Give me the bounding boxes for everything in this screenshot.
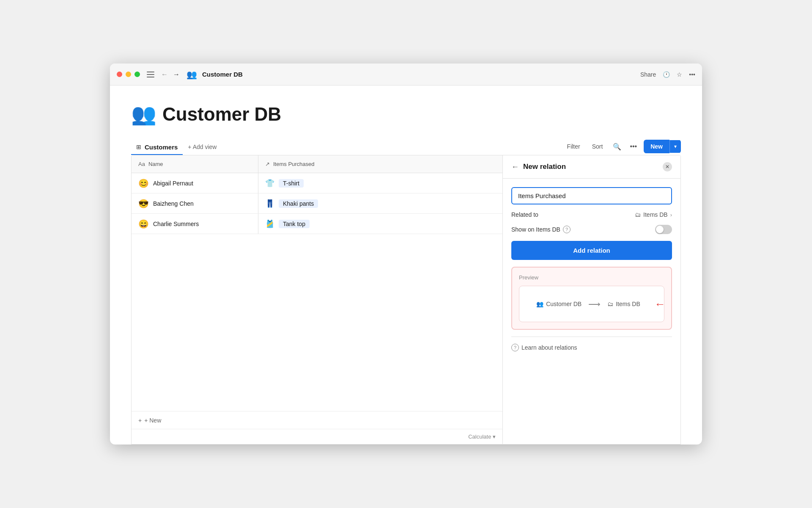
- share-button[interactable]: Share: [640, 71, 656, 78]
- preview-diagram: 👥 Customer DB ⟶ 🗂 Items DB: [519, 286, 664, 322]
- toolbar: ⊞ Customers + Add view Filter Sort 🔍 •••…: [131, 140, 681, 155]
- more-options-button[interactable]: •••: [628, 141, 639, 152]
- back-arrow[interactable]: ←: [159, 70, 170, 79]
- window-title: Customer DB: [202, 71, 635, 78]
- name-cell-2: 😄 Charlie Summers: [132, 214, 258, 234]
- preview-to-icon: 🗂: [607, 301, 613, 307]
- preview-label: Preview: [519, 274, 664, 281]
- toolbar-right: Filter Sort 🔍 ••• New ▾: [564, 140, 681, 155]
- nav-arrows: ← →: [159, 70, 181, 79]
- side-panel: ← New relation ✕ Related to 🗂 Items DB: [503, 155, 680, 444]
- customers-tab[interactable]: ⊞ Customers: [131, 140, 183, 155]
- traffic-lights: [117, 72, 140, 77]
- items-col-label: Items Purchased: [273, 161, 315, 167]
- items-col-icon: ↗: [265, 161, 270, 167]
- add-view-label: + Add view: [188, 144, 217, 150]
- page-title: Customer DB: [162, 104, 281, 125]
- new-row-button[interactable]: + + New: [132, 411, 502, 429]
- name-col-icon: Aa: [138, 161, 145, 167]
- related-to-db-name: Items DB: [643, 211, 668, 218]
- item-icon-0: 👕: [265, 179, 274, 188]
- page-header: 👥 Customer DB: [131, 102, 681, 126]
- page-icon: 👥: [131, 102, 156, 126]
- avatar-1: 😎: [138, 199, 149, 209]
- new-button-dropdown[interactable]: ▾: [669, 140, 681, 153]
- close-button[interactable]: [117, 72, 122, 77]
- titlebar: ← → 👥 Customer DB Share 🕐 ☆ •••: [110, 64, 702, 86]
- table-header: Aa Name ↗ Items Purchased: [132, 155, 502, 173]
- panel-close-button[interactable]: ✕: [663, 162, 672, 171]
- name-cell-1: 😎 Baizheng Chen: [132, 193, 258, 213]
- item-text-1: Khaki pants: [279, 199, 318, 208]
- table-body: 😊 Abigail Pernaut 👕 T-shirt 😎 Baizheng C…: [132, 173, 502, 411]
- sort-button[interactable]: Sort: [589, 141, 606, 152]
- name-col-label: Name: [148, 161, 163, 167]
- avatar-0: 😊: [138, 178, 149, 188]
- table-container: Aa Name ↗ Items Purchased 😊 Abigail Pern…: [132, 155, 503, 444]
- learn-link[interactable]: ? Learn about relations: [511, 344, 672, 351]
- show-on-label: Show on Items DB: [511, 226, 560, 233]
- item-cell-1: 👖 Khaki pants: [258, 193, 502, 213]
- item-icon-1: 👖: [265, 199, 274, 208]
- preview-to-text: Items DB: [616, 301, 640, 307]
- titlebar-actions: Share 🕐 ☆ •••: [640, 71, 695, 78]
- red-arrow-icon: ←: [655, 298, 666, 311]
- forward-arrow[interactable]: →: [171, 70, 181, 79]
- customers-tab-label: Customers: [145, 144, 178, 151]
- add-view-button[interactable]: + Add view: [183, 140, 222, 155]
- show-on-toggle[interactable]: [655, 225, 672, 234]
- new-button[interactable]: New: [644, 140, 669, 153]
- show-on-row: Show on Items DB ?: [511, 225, 672, 234]
- db-icon: 👥: [187, 69, 197, 80]
- name-column-header: Aa Name: [132, 155, 258, 173]
- more-options-icon[interactable]: •••: [689, 71, 695, 78]
- panel-header: ← New relation ✕: [503, 155, 680, 179]
- panel-title: New relation: [523, 163, 566, 171]
- item-cell-0: 👕 T-shirt: [258, 173, 502, 193]
- learn-label: Learn about relations: [521, 344, 577, 351]
- item-text-2: Tank top: [279, 220, 310, 228]
- panel-body: Related to 🗂 Items DB › Show on Items DB…: [503, 179, 680, 444]
- star-icon[interactable]: ☆: [677, 71, 682, 78]
- main-content: 👥 Customer DB ⊞ Customers + Add view Fil…: [110, 86, 702, 444]
- item-cell-2: 🎽 Tank top: [258, 214, 502, 234]
- table-area: Aa Name ↗ Items Purchased 😊 Abigail Pern…: [131, 155, 681, 444]
- history-icon[interactable]: 🕐: [663, 71, 670, 78]
- avatar-2: 😄: [138, 219, 149, 229]
- item-icon-2: 🎽: [265, 219, 274, 229]
- toolbar-left: ⊞ Customers + Add view: [131, 140, 222, 155]
- menu-icon[interactable]: [147, 72, 154, 77]
- table-row[interactable]: 😎 Baizheng Chen 👖 Khaki pants: [132, 193, 502, 214]
- add-relation-button[interactable]: Add relation: [511, 241, 672, 260]
- table-row[interactable]: 😄 Charlie Summers 🎽 Tank top: [132, 214, 502, 234]
- preview-section: Preview 👥 Customer DB ⟶ 🗂 Item: [511, 267, 672, 330]
- preview-from-icon: 👥: [536, 301, 543, 307]
- related-to-label: Related to: [511, 211, 538, 218]
- filter-button[interactable]: Filter: [564, 141, 584, 152]
- learn-help-icon: ?: [511, 344, 519, 351]
- plus-icon: +: [138, 417, 142, 424]
- items-db-icon: 🗂: [635, 211, 641, 218]
- name-text-2: Charlie Summers: [153, 221, 199, 227]
- preview-from-node: 👥 Customer DB: [536, 301, 582, 307]
- search-icon[interactable]: 🔍: [611, 141, 623, 152]
- help-icon[interactable]: ?: [563, 226, 571, 233]
- minimize-button[interactable]: [126, 72, 131, 77]
- relation-name-input[interactable]: [511, 187, 672, 204]
- related-to-value[interactable]: 🗂 Items DB ›: [635, 211, 672, 218]
- new-button-group: New ▾: [644, 140, 681, 153]
- calculate-button[interactable]: Calculate ▾: [132, 429, 502, 444]
- table-row[interactable]: 😊 Abigail Pernaut 👕 T-shirt: [132, 173, 502, 193]
- maximize-button[interactable]: [134, 72, 140, 77]
- chevron-right-icon: ›: [670, 212, 672, 218]
- name-cell-0: 😊 Abigail Pernaut: [132, 173, 258, 193]
- related-to-row: Related to 🗂 Items DB ›: [511, 211, 672, 218]
- items-column-header: ↗ Items Purchased: [258, 155, 502, 173]
- panel-back-button[interactable]: ←: [511, 163, 519, 171]
- table-icon: ⊞: [136, 144, 141, 150]
- divider: [511, 337, 672, 337]
- name-text-1: Baizheng Chen: [153, 200, 194, 207]
- new-row-label: + New: [144, 417, 161, 424]
- calculate-label: Calculate ▾: [468, 433, 496, 440]
- item-text-0: T-shirt: [279, 179, 304, 188]
